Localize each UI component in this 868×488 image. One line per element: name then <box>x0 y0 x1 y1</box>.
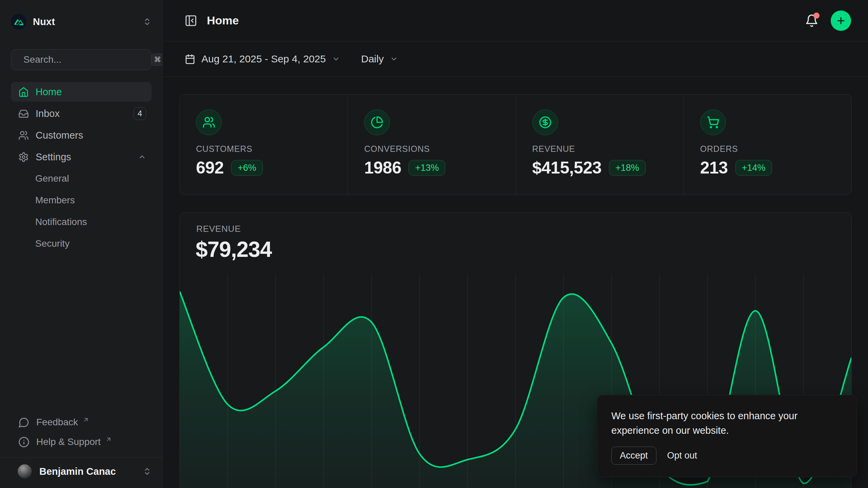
stat-value: 213 <box>700 158 728 178</box>
pie-chart-icon <box>371 116 383 129</box>
page-title: Home <box>207 14 239 27</box>
stat-delta-badge: +6% <box>231 160 263 176</box>
calendar-icon <box>185 54 195 64</box>
stat-card-conversions[interactable]: CONVERSIONS 1986 +13% <box>348 95 515 195</box>
chevron-up-icon <box>138 153 146 161</box>
home-icon <box>18 87 29 97</box>
stat-card-customers[interactable]: CUSTOMERS 692 +6% <box>180 95 348 195</box>
accept-cookies-button[interactable]: Accept <box>611 447 656 465</box>
date-range-value: Aug 21, 2025 - Sep 4, 2025 <box>201 53 326 65</box>
nuxt-logo-icon <box>11 14 26 29</box>
team-switcher[interactable]: Nuxt <box>11 12 152 31</box>
help-support-label: Help & Support <box>36 436 101 447</box>
sidebar-item-label: Customers <box>36 130 83 141</box>
interval-select[interactable]: Daily <box>361 53 398 65</box>
collapse-sidebar-icon[interactable] <box>184 14 197 27</box>
cookie-banner: We use first-party cookies to enhance yo… <box>597 395 857 477</box>
stat-value: 1986 <box>364 158 401 178</box>
avatar <box>18 464 32 479</box>
stat-label: REVENUE <box>532 144 670 154</box>
filters-toolbar: Aug 21, 2025 - Sep 4, 2025 Daily <box>163 41 868 77</box>
revenue-chart-value: $79,234 <box>196 237 851 262</box>
user-name: Benjamin Canac <box>39 466 135 477</box>
feedback-label: Feedback <box>36 417 78 428</box>
plus-icon <box>836 16 846 26</box>
sidebar-footer: Feedback Help & Support Benjamin Canac <box>0 412 162 488</box>
sidebar-item-label: Inbox <box>36 108 60 119</box>
inbox-count-badge: 4 <box>134 107 146 120</box>
notifications-button[interactable] <box>805 14 818 27</box>
interval-value: Daily <box>361 53 384 65</box>
stat-delta-badge: +13% <box>409 160 445 176</box>
page-header: Home <box>163 0 868 41</box>
external-link-arrow-icon <box>105 436 112 443</box>
stat-value: 692 <box>196 158 224 178</box>
message-bubble-icon <box>18 417 29 428</box>
chevrons-up-down-icon <box>143 17 152 26</box>
circle-dollar-icon <box>539 116 552 129</box>
inbox-icon <box>18 108 29 119</box>
stat-label: CONVERSIONS <box>364 144 502 154</box>
stat-card-revenue[interactable]: REVENUE $415,523 +18% <box>516 95 684 195</box>
sidebar-subitem-members[interactable]: Members <box>11 190 152 210</box>
stat-delta-badge: +14% <box>735 160 772 176</box>
optout-cookies-button[interactable]: Opt out <box>667 450 697 461</box>
sidebar: Nuxt ⌘ K Home Inbox 4 Customers Settings <box>0 0 163 488</box>
stat-value: $415,523 <box>532 158 602 178</box>
sidebar-subitem-general[interactable]: General <box>11 169 152 188</box>
notification-dot <box>813 13 820 19</box>
info-circle-icon <box>18 436 29 448</box>
users-icon <box>18 130 29 141</box>
stat-label: ORDERS <box>700 144 838 154</box>
chevron-down-icon <box>390 55 398 63</box>
stat-label: CUSTOMERS <box>196 144 334 154</box>
sidebar-item-settings[interactable]: Settings <box>11 147 152 167</box>
sidebar-item-home[interactable]: Home <box>11 82 152 102</box>
gear-icon <box>18 152 29 162</box>
search-input[interactable]: ⌘ K <box>11 49 152 70</box>
sidebar-item-label: Settings <box>36 151 71 163</box>
sidebar-item-inbox[interactable]: Inbox 4 <box>11 104 152 123</box>
users-icon <box>202 116 215 129</box>
stats-grid: CUSTOMERS 692 +6% CONVERSIONS 1986 +13% … <box>179 94 852 195</box>
sidebar-nav: Home Inbox 4 Customers Settings General … <box>11 82 152 253</box>
sidebar-item-customers[interactable]: Customers <box>11 125 152 145</box>
stat-delta-badge: +18% <box>609 160 646 176</box>
add-button[interactable] <box>831 11 851 31</box>
kbd-cmd: ⌘ <box>151 54 164 66</box>
stat-card-orders[interactable]: ORDERS 213 +14% <box>684 95 851 195</box>
user-menu[interactable]: Benjamin Canac <box>0 458 162 488</box>
help-support-link[interactable]: Help & Support <box>0 432 162 452</box>
sidebar-subitem-notifications[interactable]: Notifications <box>11 212 152 232</box>
feedback-link[interactable]: Feedback <box>0 412 162 432</box>
chevron-down-icon <box>332 55 340 63</box>
external-link-arrow-icon <box>83 416 89 423</box>
sidebar-subitem-security[interactable]: Security <box>11 234 152 253</box>
chevrons-up-down-icon <box>143 467 152 476</box>
search-field[interactable] <box>23 54 146 65</box>
sidebar-item-label: Home <box>36 86 62 98</box>
revenue-chart-label: REVENUE <box>196 224 851 234</box>
cookie-message: We use first-party cookies to enhance yo… <box>611 409 843 438</box>
shopping-cart-icon <box>707 116 719 129</box>
brand-name: Nuxt <box>33 16 55 27</box>
date-range-picker[interactable]: Aug 21, 2025 - Sep 4, 2025 <box>185 53 340 65</box>
